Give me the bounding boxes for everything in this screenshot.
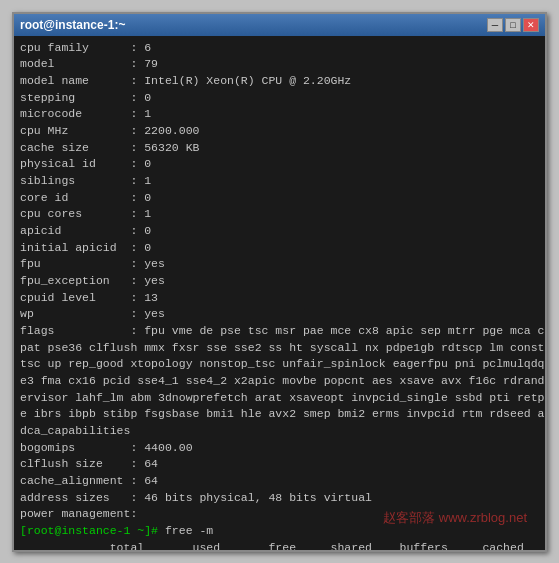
terminal-line: stepping : 0 [20,90,539,107]
terminal-line: cpuid level : 13 [20,290,539,307]
terminal-line: apicid : 0 [20,223,539,240]
terminal-line: model : 79 [20,56,539,73]
terminal-line: bogomips : 4400.00 [20,440,539,457]
window-title: root@instance-1:~ [20,18,125,32]
terminal-line: e3 fma cx16 pcid sse4_1 sse4_2 x2apic mo… [20,373,539,390]
terminal-line: physical id : 0 [20,156,539,173]
terminal-line: microcode : 1 [20,106,539,123]
terminal-line: fpu_exception : yes [20,273,539,290]
terminal-line: flags : fpu vme de pse tsc msr pae mce c… [20,323,539,340]
terminal-line: ervisor lahf_lm abm 3dnowprefetch arat x… [20,390,539,407]
terminal-line: [root@instance-1 ~]# free -m [20,523,539,540]
terminal-line: cache size : 56320 KB [20,140,539,157]
terminal-line: cpu cores : 1 [20,206,539,223]
maximize-button[interactable]: □ [505,18,521,32]
terminal-line: cpu MHz : 2200.000 [20,123,539,140]
terminal-line: address sizes : 46 bits physical, 48 bit… [20,490,539,507]
terminal-line: core id : 0 [20,190,539,207]
terminal-line: pat pse36 clflush mmx fxsr sse sse2 ss h… [20,340,539,357]
terminal-line: wp : yes [20,306,539,323]
terminal-line: siblings : 1 [20,173,539,190]
terminal-line: tsc up rep_good xtopology nonstop_tsc un… [20,356,539,373]
terminal-line: clflush size : 64 [20,456,539,473]
terminal-line: cpu family : 6 [20,40,539,57]
title-bar: root@instance-1:~ ─ □ ✕ [14,14,545,36]
window-controls: ─ □ ✕ [487,18,539,32]
terminal-line: dca_capabilities [20,423,539,440]
terminal-line: cache_alignment : 64 [20,473,539,490]
minimize-button[interactable]: ─ [487,18,503,32]
terminal-line: power management: [20,506,539,523]
terminal-line: total used free shared buffers cached [20,540,539,550]
terminal-output[interactable]: cpu family : 6model : 79model name : Int… [14,36,545,550]
close-button[interactable]: ✕ [523,18,539,32]
terminal-line: model name : Intel(R) Xeon(R) CPU @ 2.20… [20,73,539,90]
terminal-window: root@instance-1:~ ─ □ ✕ cpu family : 6mo… [12,12,547,552]
terminal-line: fpu : yes [20,256,539,273]
terminal-line: e ibrs ibpb stibp fsgsbase bmi1 hle avx2… [20,406,539,423]
terminal-line: initial apicid : 0 [20,240,539,257]
